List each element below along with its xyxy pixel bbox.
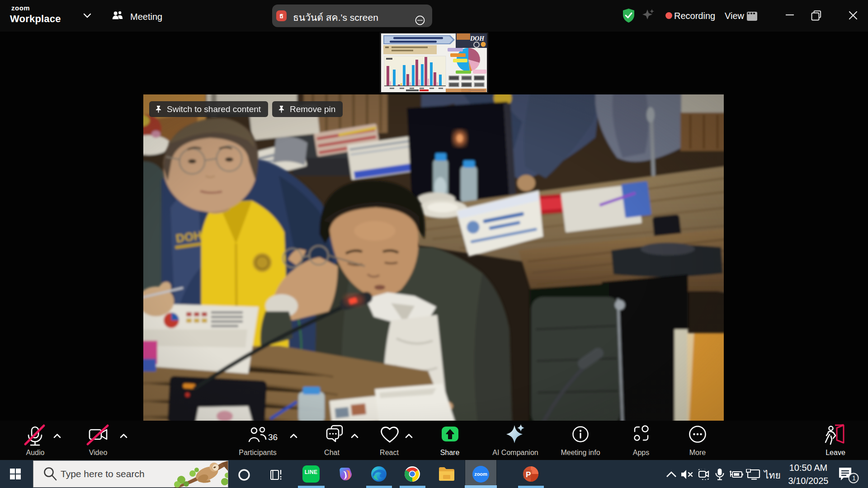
svg-text:DOH: DOH	[470, 35, 485, 42]
svg-text:36: 36	[268, 432, 278, 442]
svg-text:P: P	[526, 470, 531, 479]
svg-text:1: 1	[852, 474, 856, 482]
